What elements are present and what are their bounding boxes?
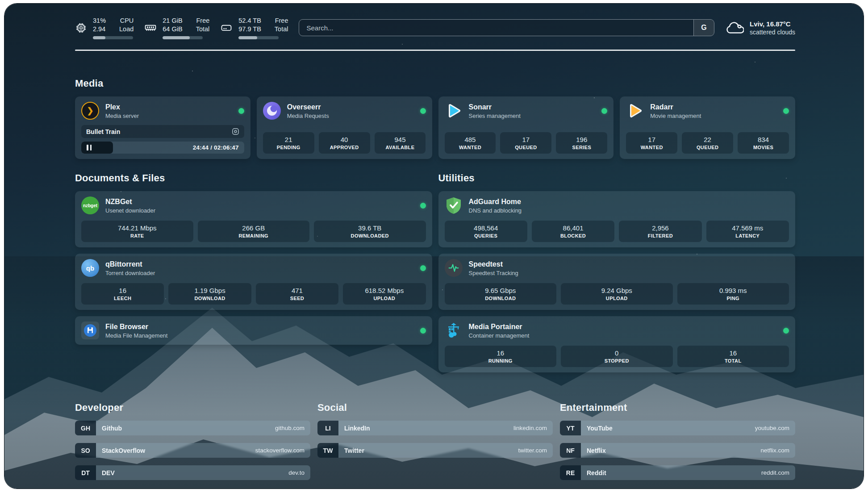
memory-progress-fill <box>163 36 189 39</box>
disk-progress-track <box>238 36 279 39</box>
stat-label: SERIES <box>559 145 605 150</box>
app-card-overseerr[interactable]: Overseerr Media Requests 21 PENDING 40 A… <box>257 96 432 159</box>
app-title: Sonarr <box>469 103 521 112</box>
sonarr-icon <box>445 102 463 120</box>
link-name: Github <box>102 425 122 432</box>
weather-location-temp: Lviv, 16.87°C <box>750 20 795 28</box>
link-row-netflix[interactable]: NF Netflix netflix.com <box>560 443 795 458</box>
app-card-adguard[interactable]: AdGuard Home DNS and adblocking 498,564 … <box>438 191 796 247</box>
weather-condition: scattered clouds <box>750 29 795 36</box>
link-row-reddit[interactable]: RE Reddit reddit.com <box>560 465 795 480</box>
link-row-github[interactable]: GH Github github.com <box>75 421 310 435</box>
link-row-stackoverflow[interactable]: SO StackOverflow stackoverflow.com <box>75 443 310 458</box>
link-url: linkedin.com <box>513 425 547 431</box>
cpu-usage-value: 31% <box>93 17 106 25</box>
section-title-developer: Developer <box>75 402 310 414</box>
qbittorrent-icon: qb <box>81 259 99 277</box>
stat-box: 618.52 Mbps UPLOAD <box>343 283 426 305</box>
app-card-portainer[interactable]: Media Portainer Container management 16 … <box>438 316 796 372</box>
search-engine-button[interactable]: G <box>693 20 714 36</box>
search-input[interactable] <box>299 20 693 36</box>
cpu-progress-track <box>93 36 133 39</box>
stat-value: 0 <box>563 349 670 357</box>
app-description: Speedtest Tracking <box>469 270 518 276</box>
memory-progress-track <box>163 36 203 39</box>
disk-stat: 52.4 TB Free 97.9 TB Total <box>220 17 288 39</box>
app-card-plex[interactable]: ❯ Plex Media server Bullet Train <box>75 96 250 159</box>
link-abbr: RE <box>560 465 581 480</box>
disk-free-label: Free <box>275 17 288 25</box>
entertainment-links-column: Entertainment YT YouTube youtube.com NF … <box>560 402 795 480</box>
link-row-linkedin[interactable]: LI LinkedIn linkedin.com <box>317 421 553 435</box>
app-title: NZBGet <box>105 197 155 206</box>
link-abbr: YT <box>560 421 581 435</box>
cpu-usage-label: CPU <box>119 17 134 25</box>
link-name: DEV <box>102 469 115 476</box>
stat-value: 16 <box>447 349 554 357</box>
app-card-radarr[interactable]: Radarr Movie management 17 WANTED 22 QUE… <box>620 96 795 159</box>
link-url: dev.to <box>288 469 305 476</box>
stat-label: WANTED <box>629 145 675 150</box>
cpu-icon <box>75 22 87 34</box>
link-name: Reddit <box>587 469 606 476</box>
pause-button[interactable] <box>87 145 92 150</box>
link-url: netflix.com <box>760 447 789 454</box>
memory-total-value: 64 GiB <box>163 25 182 33</box>
memory-icon <box>144 21 157 34</box>
status-dot <box>783 108 789 114</box>
portainer-icon <box>445 322 463 339</box>
speedtest-icon <box>445 259 463 277</box>
stat-box: 17 QUEUED <box>500 132 551 154</box>
cpu-progress-fill <box>93 36 105 39</box>
stat-value: 266 GB <box>200 224 307 232</box>
stat-label: UPLOAD <box>346 296 423 301</box>
app-card-sonarr[interactable]: Sonarr Series management 485 WANTED 17 Q… <box>438 96 614 159</box>
section-title-media: Media <box>75 78 795 89</box>
stat-value: 834 <box>740 135 786 144</box>
stat-box: 40 APPROVED <box>319 132 370 154</box>
stat-value: 9.24 Gbps <box>563 286 670 295</box>
app-card-qbittorrent[interactable]: qb qBittorrent Torrent downloader 16 LEE… <box>75 254 432 310</box>
nzbget-icon: nzbget <box>81 196 99 214</box>
memory-total-label: Total <box>196 25 210 33</box>
playback-progress-fill <box>81 142 113 154</box>
now-playing-row: Bullet Train <box>81 125 244 138</box>
stat-label: LEECH <box>84 296 161 301</box>
plex-icon: ❯ <box>81 102 99 120</box>
app-card-speedtest[interactable]: Speedtest Speedtest Tracking 9.65 Gbps D… <box>438 254 796 310</box>
stat-label: UPLOAD <box>563 296 670 301</box>
section-title-utilities: Utilities <box>438 172 796 184</box>
disk-icon <box>220 21 233 34</box>
stat-label: QUERIES <box>447 233 525 238</box>
app-description: Torrent downloader <box>105 270 155 276</box>
link-row-dev[interactable]: DT DEV dev.to <box>75 465 310 480</box>
stat-label: PING <box>680 296 787 301</box>
memory-free-value: 21 GiB <box>163 17 182 25</box>
link-row-twitter[interactable]: TW Twitter twitter.com <box>317 443 553 458</box>
link-abbr: DT <box>75 465 96 480</box>
now-playing-title: Bullet Train <box>86 128 120 135</box>
stat-box: 47.569 ms LATENCY <box>706 221 789 242</box>
app-title: qBittorrent <box>105 260 155 269</box>
status-dot <box>420 108 426 114</box>
overseerr-icon <box>263 102 281 120</box>
stat-label: AVAILABLE <box>377 145 423 150</box>
stat-value: 47.569 ms <box>709 224 786 232</box>
header-divider <box>75 50 795 51</box>
stat-box: 471 SEED <box>256 283 338 305</box>
app-description: Media server <box>105 113 139 119</box>
stat-value: 16 <box>680 349 787 357</box>
stat-label: RUNNING <box>447 358 554 363</box>
stat-box: 86,401 BLOCKED <box>532 221 614 242</box>
app-card-filebrowser[interactable]: File Browser Media File Management <box>75 316 432 345</box>
snow-specks <box>4 4 5 4</box>
link-url: twitter.com <box>518 447 547 454</box>
stat-box: 39.6 TB DOWNLOADED <box>314 221 426 242</box>
app-card-nzbget[interactable]: nzbget NZBGet Usenet downloader 744.21 M… <box>75 191 432 247</box>
app-title: AdGuard Home <box>469 197 522 206</box>
link-abbr: TW <box>317 443 338 458</box>
memory-stat: 21 GiB Free 64 GiB Total <box>144 17 209 39</box>
cpu-load-label: Load <box>119 25 134 33</box>
link-row-youtube[interactable]: YT YouTube youtube.com <box>560 421 795 435</box>
link-url: github.com <box>275 425 305 431</box>
